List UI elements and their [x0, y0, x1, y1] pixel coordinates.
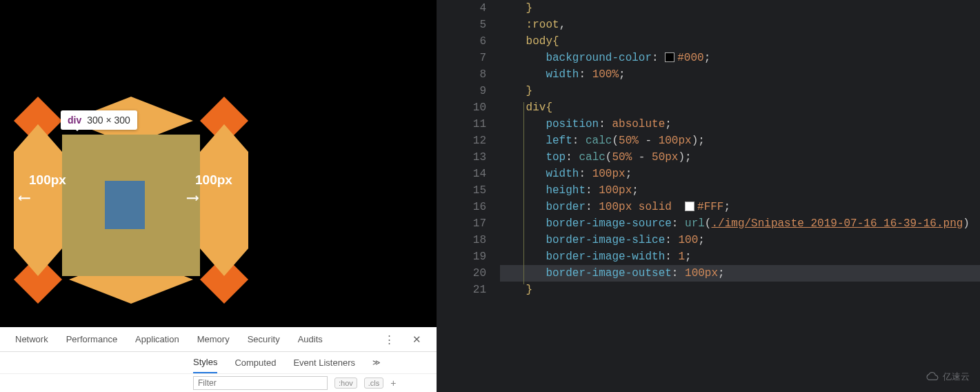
code-area[interactable]: } :root, body{ background-color: #000; w… — [519, 0, 980, 298]
devtools-tabs-secondary: Styles Computed Event Listeners ≫ — [0, 352, 437, 374]
filter-input[interactable] — [193, 376, 328, 390]
watermark: 亿速云 — [925, 369, 970, 385]
more-icon[interactable]: ⋮ — [384, 333, 394, 346]
hov-toggle[interactable]: :hov — [334, 378, 357, 389]
devtools-panel: Network Performance Application Memory S… — [0, 327, 437, 392]
subtab-listeners[interactable]: Event Listeners — [293, 357, 355, 368]
more-subtabs-icon[interactable]: ≫ — [372, 358, 381, 367]
close-icon[interactable]: ✕ — [412, 333, 421, 346]
svg-rect-9 — [105, 181, 145, 229]
line-gutter: 456789101112131415161718192021 — [437, 0, 500, 298]
tab-application[interactable]: Application — [135, 334, 179, 344]
preview-pane: div 300 × 300 100px 100px ⟵ ⟶ Network Pe… — [0, 0, 437, 392]
cls-toggle[interactable]: .cls — [364, 378, 384, 389]
arrow-right-icon: ⟶ — [188, 188, 197, 208]
tooltip-tag: div — [68, 115, 81, 126]
arrow-left-icon: ⟵ — [19, 188, 29, 208]
devtools-tabs-primary: Network Performance Application Memory S… — [0, 327, 437, 352]
code-editor[interactable]: 456789101112131415161718192021 } :root, … — [437, 0, 980, 392]
tab-memory[interactable]: Memory — [197, 334, 230, 344]
subtab-computed[interactable]: Computed — [234, 357, 276, 368]
styles-filter-row: :hov .cls + — [0, 374, 437, 392]
page-viewport: div 300 × 300 100px 100px ⟵ ⟶ — [0, 0, 437, 327]
watermark-text: 亿速云 — [943, 369, 970, 385]
tooltip-dimensions: 300 × 300 — [87, 115, 130, 126]
svg-marker-7 — [200, 124, 248, 276]
tab-security[interactable]: Security — [248, 334, 280, 344]
subtab-styles[interactable]: Styles — [193, 357, 217, 373]
cloud-icon — [925, 372, 940, 382]
tab-audits[interactable]: Audits — [298, 334, 323, 344]
label-right: 100px — [195, 173, 232, 188]
tab-network[interactable]: Network — [15, 334, 48, 344]
add-rule-icon[interactable]: + — [390, 378, 396, 389]
label-left: 100px — [29, 173, 66, 188]
tab-performance[interactable]: Performance — [66, 334, 117, 344]
element-tooltip: div 300 × 300 — [61, 110, 137, 130]
